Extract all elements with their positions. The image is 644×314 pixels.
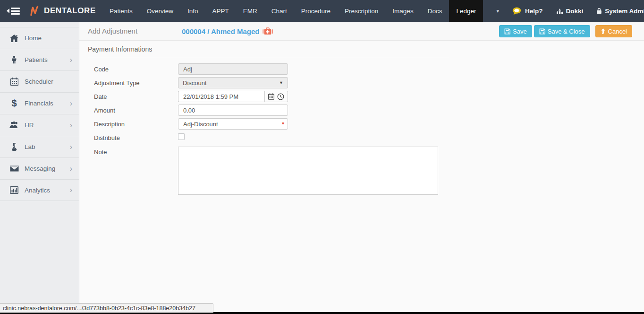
nav-chart[interactable]: Chart xyxy=(264,0,294,22)
clock-picker-icon[interactable] xyxy=(277,93,284,100)
sidebar-item-financials[interactable]: $ Financials › xyxy=(0,92,79,114)
description-row: Description * xyxy=(88,118,644,130)
save-button-label: Save xyxy=(513,28,527,35)
cancel-button[interactable]: Cancel xyxy=(595,25,632,37)
sidebar-item-lab[interactable]: Lab › xyxy=(0,136,79,157)
patient-link[interactable]: 000004 / Ahmed Maged xyxy=(182,22,273,41)
nav-info[interactable]: Info xyxy=(180,0,205,22)
page-title: Add Adjustment xyxy=(88,27,137,35)
sidebar-item-label: HR xyxy=(25,122,34,129)
adjustment-form: Payment Informations Code Adjustment Typ… xyxy=(79,41,644,195)
code-field xyxy=(178,63,288,75)
floppy-disk-icon xyxy=(539,28,545,35)
chevron-right-icon: › xyxy=(70,100,72,107)
description-field[interactable] xyxy=(178,118,288,130)
distribute-label: Distribute xyxy=(88,134,178,141)
menu-collapse-icon[interactable] xyxy=(7,8,20,15)
adjustment-type-value: Discount xyxy=(183,79,207,87)
calendar-icon xyxy=(9,78,19,86)
distribute-checkbox[interactable] xyxy=(178,133,185,140)
nav-docs[interactable]: Docs xyxy=(421,0,449,22)
required-asterisk: * xyxy=(282,121,284,128)
save-button[interactable]: Save xyxy=(499,25,532,37)
section-title: Payment Informations xyxy=(88,45,449,57)
nav-more-dropdown[interactable]: ▾ xyxy=(496,8,499,14)
chevron-right-icon: › xyxy=(70,186,72,194)
chevron-down-icon: ▾ xyxy=(496,8,499,14)
user-menu[interactable]: System Administrator ▾ xyxy=(596,8,644,15)
lock-icon xyxy=(596,8,602,14)
patient-icon xyxy=(9,56,19,64)
clinic-name: Dokki xyxy=(566,8,584,15)
save-and-close-button[interactable]: Save & Close xyxy=(534,25,590,37)
dollar-icon: $ xyxy=(9,98,19,109)
calendar-picker-icon[interactable] xyxy=(268,93,274,100)
nav-appt[interactable]: APPT xyxy=(205,0,236,22)
chevron-right-icon: › xyxy=(70,143,72,151)
date-field[interactable] xyxy=(178,91,264,102)
sidebar-item-label: Financials xyxy=(25,100,53,107)
user-name: System Administrator xyxy=(605,8,644,15)
floppy-disk-icon xyxy=(504,28,510,35)
date-row: Date xyxy=(88,91,644,102)
arrow-up-icon xyxy=(601,28,606,34)
code-label: Code xyxy=(88,66,178,73)
adjustment-type-label: Adjustment Type xyxy=(88,79,178,87)
dentalore-logo-icon xyxy=(29,5,40,17)
note-field[interactable] xyxy=(178,147,438,195)
sidebar-item-scheduler[interactable]: Scheduler xyxy=(0,70,79,92)
first-aid-kit-icon xyxy=(263,27,273,35)
amount-label: Amount xyxy=(88,107,178,114)
nav-prescription[interactable]: Prescription xyxy=(338,0,385,22)
help-chat-icon xyxy=(512,7,522,15)
date-label: Date xyxy=(88,93,178,100)
distribute-row: Distribute xyxy=(88,132,644,143)
note-row: Note xyxy=(88,147,644,195)
code-row: Code xyxy=(88,63,644,75)
users-icon xyxy=(9,122,19,129)
sidebar-item-home[interactable]: Home xyxy=(0,27,79,49)
adjustment-type-row: Adjustment Type Discount ▼ xyxy=(88,77,644,88)
sidebar-item-label: Scheduler xyxy=(25,78,53,85)
date-addon xyxy=(264,91,288,102)
amount-field[interactable] xyxy=(178,105,288,116)
sidebar-item-messaging[interactable]: Messaging › xyxy=(0,157,79,179)
note-label: Note xyxy=(88,147,178,156)
nav-emr[interactable]: EMR xyxy=(236,0,264,22)
nav-procedure[interactable]: Procedure xyxy=(294,0,338,22)
chevron-right-icon: › xyxy=(70,165,72,173)
main-content: Add Adjustment 000004 / Ahmed Maged xyxy=(79,22,644,314)
link-preview-statusbar: clinic.nebras-dentalore.com/.../3d773bb8… xyxy=(0,303,213,313)
sidebar-item-label: Home xyxy=(25,35,42,42)
chevron-right-icon: › xyxy=(70,56,72,64)
cancel-button-label: Cancel xyxy=(608,28,627,35)
content-header: Add Adjustment 000004 / Ahmed Maged xyxy=(79,22,644,41)
clinic-selector[interactable]: Dokki xyxy=(556,8,584,15)
nav-ledger[interactable]: Ledger xyxy=(449,0,483,22)
envelope-icon xyxy=(9,166,19,172)
patient-link-label: 000004 / Ahmed Maged xyxy=(182,27,260,35)
home-icon xyxy=(9,35,19,42)
nav-images[interactable]: Images xyxy=(385,0,420,22)
clinic-building-icon xyxy=(556,8,563,14)
sidebar-item-patients[interactable]: Patients › xyxy=(0,49,79,70)
brand[interactable]: DENTALORE xyxy=(29,0,96,22)
sidebar-item-label: Patients xyxy=(25,56,48,63)
chevron-right-icon: › xyxy=(70,122,72,129)
sidebar-item-analytics[interactable]: Analytics › xyxy=(0,179,79,201)
sidebar-item-label: Lab xyxy=(25,143,35,150)
select-caret-icon: ▼ xyxy=(279,80,283,85)
nav-patients[interactable]: Patients xyxy=(102,0,140,22)
nav-overview[interactable]: Overview xyxy=(140,0,180,22)
sidebar-item-label: Messaging xyxy=(25,165,55,172)
top-navigation-bar: DENTALORE Patients Overview Info APPT EM… xyxy=(0,0,644,22)
help-menu[interactable]: Help? xyxy=(512,7,543,15)
sidebar-item-label: Analytics xyxy=(25,187,50,194)
sidebar-item-hr[interactable]: HR › xyxy=(0,114,79,136)
description-label: Description xyxy=(88,121,178,128)
sidebar: Home Patients › Scheduler $ Financials › xyxy=(0,22,79,314)
main-nav: Patients Overview Info APPT EMR Chart Pr… xyxy=(102,0,483,22)
help-label: Help? xyxy=(525,8,543,15)
adjustment-type-select[interactable]: Discount ▼ xyxy=(178,77,288,88)
flask-icon xyxy=(9,143,19,151)
